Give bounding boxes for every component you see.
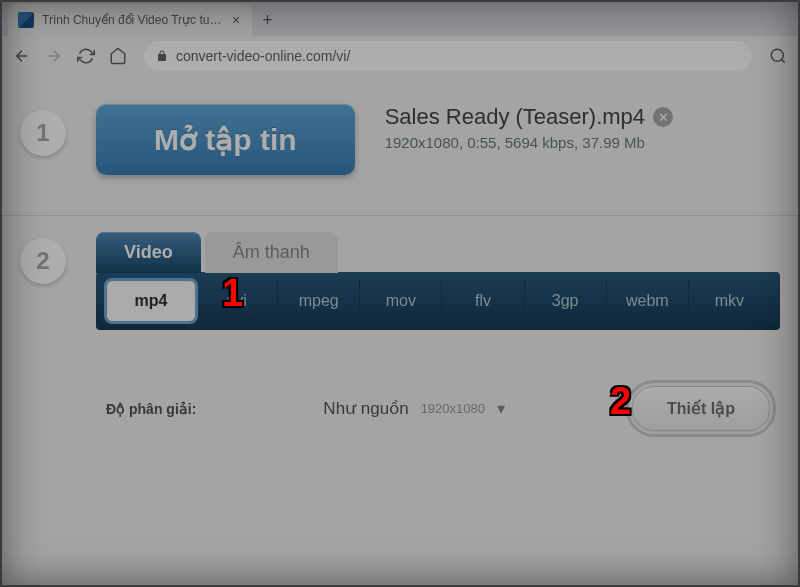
format-mpeg[interactable]: mpeg <box>278 280 360 322</box>
file-name: Sales Ready (Teaser).mp4 <box>385 104 645 130</box>
chevron-down-icon: ▾ <box>497 399 505 418</box>
tab-title: Trình Chuyển đổi Video Trực tuyến <box>42 13 222 27</box>
arrow-left-icon <box>13 47 31 65</box>
nav-bar: convert-video-online.com/vi/ <box>0 36 800 76</box>
tab-video[interactable]: Video <box>96 232 201 273</box>
reload-icon <box>77 47 95 65</box>
url-text: convert-video-online.com/vi/ <box>176 48 740 64</box>
step-number-1: 1 <box>20 110 66 156</box>
svg-point-0 <box>771 49 783 61</box>
file-meta: 1920x1080, 0:55, 5694 kbps, 37.99 Mb <box>385 134 673 151</box>
format-mp4[interactable]: mp4 <box>106 280 196 322</box>
format-tabs: Video Âm thanh <box>96 232 780 273</box>
new-tab-button[interactable]: + <box>252 6 283 35</box>
lock-icon <box>156 50 168 62</box>
resolution-label: Độ phân giải: <box>106 401 196 417</box>
close-tab-icon[interactable]: × <box>230 12 242 28</box>
back-button[interactable] <box>8 42 36 70</box>
resolution-value: 1920x1080 <box>421 401 485 416</box>
search-button[interactable] <box>764 42 792 70</box>
search-icon <box>769 47 787 65</box>
format-mkv[interactable]: mkv <box>689 280 770 322</box>
remove-file-icon[interactable]: ✕ <box>653 107 673 127</box>
format-avi[interactable]: avi <box>196 280 278 322</box>
step-2: 2 Video Âm thanh mp4 avi mpeg mov flv 3g… <box>0 216 800 459</box>
favicon-icon <box>18 12 34 28</box>
browser-tab[interactable]: Trình Chuyển đổi Video Trực tuyến × <box>8 4 252 36</box>
options-row: Độ phân giải: Như nguồn 1920x1080 ▾ Thiế… <box>96 386 780 431</box>
settings-button[interactable]: Thiết lập <box>632 386 770 431</box>
open-file-button[interactable]: Mở tập tin <box>96 104 355 175</box>
format-mov[interactable]: mov <box>360 280 442 322</box>
format-bar: mp4 avi mpeg mov flv 3gp webm mkv <box>96 272 780 330</box>
format-flv[interactable]: flv <box>442 280 524 322</box>
home-button[interactable] <box>104 42 132 70</box>
resolution-dropdown[interactable]: Như nguồn 1920x1080 ▾ <box>308 391 520 426</box>
reload-button[interactable] <box>72 42 100 70</box>
browser-chrome: Trình Chuyển đổi Video Trực tuyến × + co… <box>0 0 800 76</box>
step-1: 1 Mở tập tin Sales Ready (Teaser).mp4 ✕ … <box>0 88 800 216</box>
format-3gp[interactable]: 3gp <box>525 280 607 322</box>
home-icon <box>109 47 127 65</box>
format-webm[interactable]: webm <box>607 280 689 322</box>
resolution-selected: Như nguồn <box>323 398 408 419</box>
step-number-2: 2 <box>20 238 66 284</box>
tab-audio[interactable]: Âm thanh <box>205 232 338 273</box>
tab-bar: Trình Chuyển đổi Video Trực tuyến × + <box>0 0 800 36</box>
address-bar[interactable]: convert-video-online.com/vi/ <box>144 41 752 71</box>
page-content: 1 Mở tập tin Sales Ready (Teaser).mp4 ✕ … <box>0 76 800 587</box>
forward-button[interactable] <box>40 42 68 70</box>
arrow-right-icon <box>45 47 63 65</box>
file-info: Sales Ready (Teaser).mp4 ✕ 1920x1080, 0:… <box>385 104 673 151</box>
